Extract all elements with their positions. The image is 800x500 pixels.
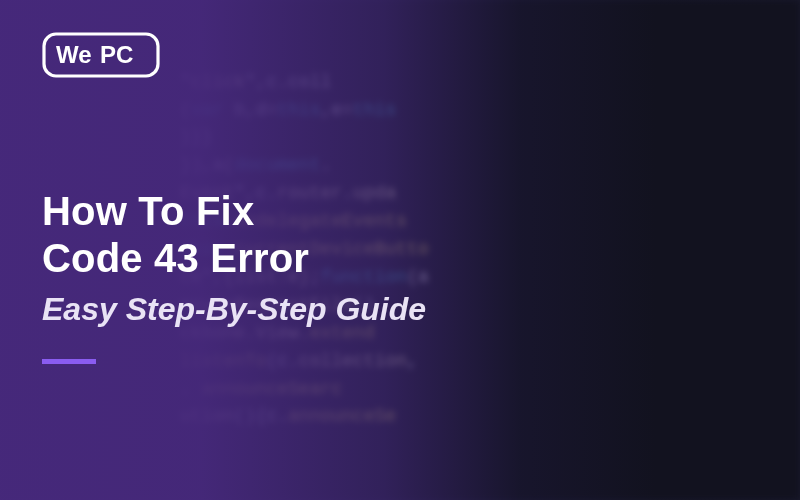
site-logo: We PC — [42, 32, 760, 78]
wepc-logo-icon: We PC — [42, 32, 160, 78]
subheadline: Easy Step-By-Step Guide — [42, 290, 760, 328]
headline-line-2: Code 43 Error — [42, 236, 309, 280]
headline-line-1: How To Fix — [42, 189, 254, 233]
headline: How To Fix Code 43 Error — [42, 188, 760, 282]
logo-text-pc: PC — [100, 41, 133, 68]
content-area: We PC How To Fix Code 43 Error Easy Step… — [0, 0, 800, 500]
logo-text-we: We — [56, 41, 92, 68]
accent-bar — [42, 359, 96, 364]
